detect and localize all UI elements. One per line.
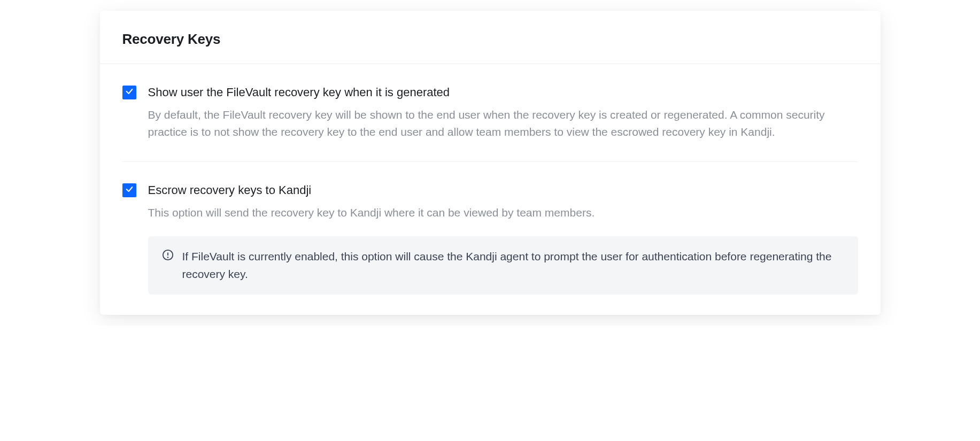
checkbox-escrow-recovery-keys[interactable] bbox=[122, 183, 136, 197]
option-description: This option will send the recovery key t… bbox=[148, 204, 858, 222]
svg-point-2 bbox=[167, 257, 168, 258]
option-escrow-recovery-keys: Escrow recovery keys to Kandji This opti… bbox=[122, 161, 858, 295]
info-icon bbox=[162, 249, 174, 261]
option-show-recovery-key: Show user the FileVault recovery key whe… bbox=[122, 64, 858, 161]
checkbox-show-recovery-key[interactable] bbox=[122, 86, 136, 99]
card-body: Show user the FileVault recovery key whe… bbox=[100, 64, 881, 315]
info-banner: If FileVault is currently enabled, this … bbox=[148, 236, 858, 295]
option-content: Escrow recovery keys to Kandji This opti… bbox=[148, 182, 858, 295]
option-description: By default, the FileVault recovery key w… bbox=[148, 106, 858, 141]
option-label: Escrow recovery keys to Kandji bbox=[148, 182, 858, 199]
recovery-keys-card: Recovery Keys Show user the FileVault re… bbox=[100, 11, 881, 315]
card-title: Recovery Keys bbox=[122, 31, 858, 48]
option-label: Show user the FileVault recovery key whe… bbox=[148, 84, 858, 101]
check-icon bbox=[125, 87, 134, 98]
check-icon bbox=[125, 185, 134, 196]
card-header: Recovery Keys bbox=[100, 11, 881, 64]
info-text: If FileVault is currently enabled, this … bbox=[182, 248, 844, 283]
option-content: Show user the FileVault recovery key whe… bbox=[148, 84, 858, 141]
